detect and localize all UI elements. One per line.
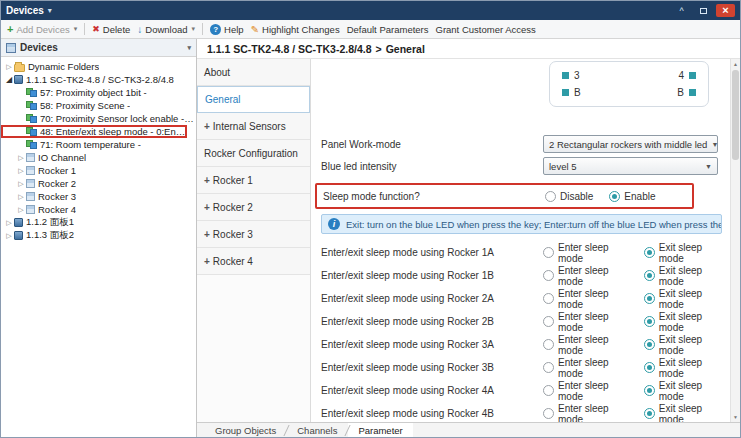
radio-exit-sleep-mode[interactable]: Exit sleep mode xyxy=(644,357,722,379)
diagram-cell: B xyxy=(629,87,696,98)
tree-item-device-1-1-1[interactable]: ◢ 1.1.1 SC-TK2-4.8 / SC-TK3-2.8/4.8 xyxy=(1,73,196,86)
section-rocker-2[interactable]: + Rocker 2 xyxy=(197,194,310,221)
radio-enable[interactable]: Enable xyxy=(609,191,655,202)
device-icon xyxy=(14,75,23,84)
expander-collapsed-icon[interactable]: ▷ xyxy=(16,206,26,214)
expander-collapsed-icon[interactable]: ▷ xyxy=(16,180,26,188)
section-general[interactable]: General xyxy=(197,86,310,113)
param-label: Enter/exit sleep mode using Rocker 3A xyxy=(321,339,543,350)
default-parameters-button[interactable]: Default Parameters xyxy=(347,24,429,35)
tree-item-object-57[interactable]: 57: Proximity object 1bit - xyxy=(1,86,196,99)
radio-enter-sleep-mode[interactable]: Enter sleep mode xyxy=(543,403,628,423)
radio-enter-sleep-mode[interactable]: Enter sleep mode xyxy=(543,334,628,356)
grant-customer-access-label: Grant Customer Access xyxy=(436,24,536,35)
radio-label: Enter sleep mode xyxy=(558,380,628,402)
radio-label: Exit sleep mode xyxy=(659,357,722,379)
tree-item-object-48[interactable]: 48: Enter/exit sleep mode - 0:Enter, 1:E… xyxy=(1,125,187,138)
tree-item-device-1-1-2[interactable]: ▷ 1.1.2 面板1 xyxy=(1,216,196,229)
chevron-down-icon[interactable]: ▾ xyxy=(48,6,52,15)
section-rocker-3[interactable]: + Rocker 3 xyxy=(197,221,310,248)
tree-item-label: Rocker 1 xyxy=(38,165,76,176)
param-rocker-2b: Enter/exit sleep mode using Rocker 2B En… xyxy=(321,310,722,333)
expander-collapsed-icon[interactable]: ▷ xyxy=(4,232,14,240)
expander-collapsed-icon[interactable]: ▷ xyxy=(16,167,26,175)
expander-expanded-icon[interactable]: ◢ xyxy=(4,75,14,84)
tree-item-device-1-1-3[interactable]: ▷ 1.1.3 面板2 xyxy=(1,229,196,242)
expander-collapsed-icon[interactable]: ▷ xyxy=(16,154,26,162)
scroll-up-icon[interactable]: ▲ xyxy=(731,59,740,69)
download-button[interactable]: ↓ Download xyxy=(137,24,187,35)
help-button[interactable]: ? Help xyxy=(210,24,244,35)
expander-collapsed-icon[interactable]: ▷ xyxy=(4,63,14,71)
scrollbar-track[interactable] xyxy=(731,69,740,412)
collapse-button[interactable]: ^ xyxy=(672,4,691,17)
download-dropdown-icon[interactable]: ▾ xyxy=(192,25,196,33)
section-label: Rocker 1 xyxy=(213,175,253,186)
tree-item-rocker-3[interactable]: ▷ Rocker 3 xyxy=(1,190,196,203)
section-rocker-4[interactable]: + Rocker 4 xyxy=(197,248,310,275)
radio-enter-sleep-mode[interactable]: Enter sleep mode xyxy=(543,288,628,310)
tree-item-rocker-2[interactable]: ▷ Rocker 2 xyxy=(1,177,196,190)
radio-group: Enter sleep mode Exit sleep mode xyxy=(543,265,722,287)
led-indicator-icon xyxy=(689,89,696,96)
radio-exit-sleep-mode[interactable]: Exit sleep mode xyxy=(644,288,722,310)
comm-object-icon xyxy=(26,88,37,97)
radio-disable[interactable]: Disable xyxy=(545,191,593,202)
radio-exit-sleep-mode[interactable]: Exit sleep mode xyxy=(644,403,722,423)
tree-item-object-70[interactable]: 70: Proximity Sensor lock enable - 0:Unl… xyxy=(1,112,196,125)
scroll-down-icon[interactable]: ▼ xyxy=(731,412,740,422)
tree-item-dynamic-folders[interactable]: ▷ Dynamic Folders xyxy=(1,60,196,73)
tree-item-label: 57: Proximity object 1bit - xyxy=(40,87,147,98)
vertical-scrollbar[interactable]: ▲ ▼ xyxy=(730,59,740,422)
toolbar: + Add Devices ▾ ✖ Delete ↓ Download ▾ ? … xyxy=(1,20,740,39)
info-text: Exit: turn on the blue LED when press th… xyxy=(346,219,722,230)
add-devices-button[interactable]: + Add Devices xyxy=(7,23,70,35)
delete-button[interactable]: ✖ Delete xyxy=(92,24,130,35)
tab-group-objects[interactable]: Group Objects xyxy=(205,423,286,437)
tree-item-object-71[interactable]: 71: Room temperature - xyxy=(1,138,196,151)
scrollbar-thumb[interactable] xyxy=(732,70,739,160)
radio-enter-sleep-mode[interactable]: Enter sleep mode xyxy=(543,380,628,402)
radio-exit-sleep-mode[interactable]: Exit sleep mode xyxy=(644,265,722,287)
radio-enter-sleep-mode[interactable]: Enter sleep mode xyxy=(543,242,628,264)
tree-item-rocker-4[interactable]: ▷ Rocker 4 xyxy=(1,203,196,216)
section-internal-sensors[interactable]: + Internal Sensors xyxy=(197,113,310,140)
radio-label: Enter sleep mode xyxy=(558,288,628,310)
tree-item-object-58[interactable]: 58: Proximity Scene - xyxy=(1,99,196,112)
expander-collapsed-icon[interactable]: ▷ xyxy=(4,219,14,227)
param-label: Enter/exit sleep mode using Rocker 3B xyxy=(321,362,543,373)
radio-label: Exit sleep mode xyxy=(659,265,722,287)
section-expand-icon: + xyxy=(204,202,210,213)
panel-menu-icon[interactable]: ▾ xyxy=(187,44,191,52)
grant-customer-access-button[interactable]: Grant Customer Access xyxy=(436,24,536,35)
section-about[interactable]: About xyxy=(197,59,310,86)
blue-led-intensity-select[interactable]: level 5 ▼ xyxy=(543,157,718,175)
radio-exit-sleep-mode[interactable]: Exit sleep mode xyxy=(644,380,722,402)
radio-circle-icon xyxy=(644,385,655,396)
titlebar: Devices ▾ ^ × xyxy=(1,1,740,20)
param-label: Enter/exit sleep mode using Rocker 4B xyxy=(321,408,543,419)
add-devices-dropdown-icon[interactable]: ▾ xyxy=(74,25,78,33)
radio-enter-sleep-mode[interactable]: Enter sleep mode xyxy=(543,357,628,379)
device-icon xyxy=(14,218,23,227)
comm-object-icon xyxy=(26,101,37,110)
radio-exit-sleep-mode[interactable]: Exit sleep mode xyxy=(644,242,722,264)
radio-exit-sleep-mode[interactable]: Exit sleep mode xyxy=(644,334,722,356)
param-label: Enter/exit sleep mode using Rocker 2A xyxy=(321,293,543,304)
tab-channels[interactable]: Channels xyxy=(287,423,347,437)
restore-button[interactable] xyxy=(694,4,713,17)
section-rocker-configuration[interactable]: Rocker Configuration xyxy=(197,140,310,167)
panel-work-mode-select[interactable]: 2 Rectangular rockers with middle led ▼ xyxy=(543,135,718,153)
radio-enter-sleep-mode[interactable]: Enter sleep mode xyxy=(543,311,628,333)
device-icon xyxy=(14,231,23,240)
radio-label: Exit sleep mode xyxy=(659,403,722,423)
expander-collapsed-icon[interactable]: ▷ xyxy=(16,193,26,201)
tree-item-io-channel[interactable]: ▷ IO Channel xyxy=(1,151,196,164)
tree-item-rocker-1[interactable]: ▷ Rocker 1 xyxy=(1,164,196,177)
radio-enter-sleep-mode[interactable]: Enter sleep mode xyxy=(543,265,628,287)
highlight-changes-button[interactable]: ✎ Highlight Changes xyxy=(251,24,340,35)
radio-exit-sleep-mode[interactable]: Exit sleep mode xyxy=(644,311,722,333)
close-button[interactable]: × xyxy=(716,4,735,17)
tab-parameter[interactable]: Parameter xyxy=(348,423,412,437)
section-rocker-1[interactable]: + Rocker 1 xyxy=(197,167,310,194)
